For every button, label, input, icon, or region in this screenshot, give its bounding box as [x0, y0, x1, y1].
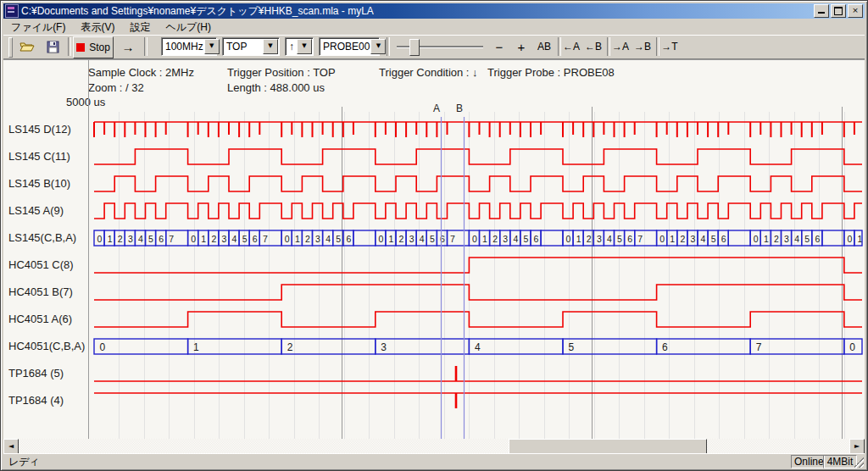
bus-value: 1: [201, 234, 206, 244]
trigger-edge-combo[interactable]: ↑ ▼: [285, 37, 314, 56]
bus-value: 4: [420, 234, 425, 244]
resize-grip[interactable]: [854, 457, 864, 468]
wave-hc4051-a-6-: [94, 312, 862, 327]
cursors: [442, 117, 465, 440]
waveform-area: Sample Clock : 2MHz Trigger Position : T…: [3, 59, 865, 440]
bus-value: 6: [440, 234, 445, 244]
bus-value: 1: [108, 234, 113, 244]
menu-help[interactable]: ヘルプ(H): [158, 19, 219, 36]
trigger-probe-combo[interactable]: PROBE00 ▼: [319, 37, 380, 56]
square-wave: [94, 176, 862, 191]
bus-value: 0: [191, 234, 196, 244]
bus-value: 0: [378, 234, 383, 244]
bus-value: 3: [128, 234, 133, 244]
window-title: C:¥Documents and Settings¥noname¥デスクトップ¥…: [21, 4, 374, 19]
bus-value: 5: [569, 341, 575, 353]
dropdown-arrow-icon[interactable]: ▼: [204, 39, 220, 54]
square-wave: [94, 312, 862, 327]
bus-value: 3: [784, 234, 789, 244]
status-memory-badge: 4MBit: [823, 455, 857, 468]
zoom-slider-thumb[interactable]: [409, 39, 420, 56]
zoom-out-button[interactable]: −: [490, 36, 509, 57]
goto-a-left-button[interactable]: ←A: [561, 36, 581, 57]
zoom-in-button[interactable]: +: [512, 36, 531, 57]
wave-ls145-c-11-: [94, 149, 862, 164]
bus-value: 2: [118, 234, 123, 244]
close-button[interactable]: ×: [848, 4, 863, 18]
trigger-position-value: TOP: [223, 41, 262, 53]
bus-value: 3: [503, 234, 508, 244]
wave-hc4051-c-b-a-: 012345670: [94, 339, 862, 354]
bus-value: 0: [847, 234, 852, 244]
bus-value: 2: [305, 234, 310, 244]
menu-bar: ファイル(F) 表示(V) 設定 ヘルプ(H): [3, 19, 865, 35]
open-folder-icon: [19, 41, 35, 53]
bus-value: 5: [336, 234, 341, 244]
run-button[interactable]: →: [117, 36, 139, 57]
dropdown-arrow-icon[interactable]: ▼: [370, 39, 386, 54]
bus-value: 7: [263, 234, 268, 244]
stop-button[interactable]: Stop: [73, 36, 114, 58]
open-file-button[interactable]: [15, 36, 39, 57]
bus-value: 4: [326, 234, 331, 244]
menu-view[interactable]: 表示(V): [73, 19, 122, 36]
bus-value: 1: [482, 234, 487, 244]
bus-value: 6: [534, 234, 539, 244]
bus-value: 4: [794, 234, 799, 244]
bus-value: 2: [211, 234, 216, 244]
sample-clock-combo[interactable]: 100MHz ▼: [161, 37, 217, 56]
bus-cell: [657, 339, 751, 354]
trigger-position-combo[interactable]: TOP ▼: [222, 37, 280, 56]
bus-value: 2: [680, 234, 685, 244]
bus-value: 4: [607, 234, 612, 244]
square-wave: [94, 258, 862, 273]
ab-cursor-button[interactable]: AB: [534, 36, 554, 57]
bus-value: 0: [285, 234, 290, 244]
stop-icon: [76, 43, 85, 52]
bus-value: 1: [576, 234, 581, 244]
title-bar: C:¥Documents and Settings¥noname¥デスクトップ¥…: [3, 3, 865, 19]
bus-value: 0: [659, 234, 665, 244]
bus-value: 1: [670, 234, 675, 244]
goto-b-right-button[interactable]: →B: [632, 36, 653, 57]
dropdown-arrow-icon[interactable]: ▼: [263, 39, 278, 54]
floppy-disk-icon: [47, 41, 59, 53]
dropdown-arrow-icon[interactable]: ▼: [297, 39, 312, 54]
bus-value: 0: [97, 234, 103, 244]
waveform-canvas: 0123456701234567012345601234567012345601…: [3, 60, 865, 440]
goto-a-right-button[interactable]: →A: [610, 36, 631, 57]
bus-value: 3: [315, 234, 320, 244]
bus-value: 6: [627, 234, 632, 244]
bus-value: 5: [242, 234, 248, 244]
menu-file[interactable]: ファイル(F): [3, 19, 73, 36]
horizontal-scrollbar[interactable]: ◄ ►: [3, 439, 865, 453]
bus-value: 0: [100, 341, 106, 353]
bus-value: 0: [472, 234, 477, 244]
bus-value: 6: [815, 234, 820, 244]
wave-ls145-a-9-: [94, 203, 862, 219]
bus-value: 6: [662, 341, 668, 353]
bus-value: 1: [193, 341, 199, 353]
maximize-button[interactable]: [831, 4, 846, 18]
wave-tp1684-5-: [94, 366, 862, 381]
bus-value: 4: [475, 341, 481, 353]
bus-value: 2: [587, 234, 592, 244]
bus-value: 5: [617, 234, 622, 244]
save-button[interactable]: [41, 36, 64, 57]
bus-cell: [728, 230, 750, 246]
minimize-button[interactable]: [814, 4, 829, 18]
goto-b-left-button[interactable]: ←B: [583, 36, 604, 57]
menu-settings[interactable]: 設定: [122, 19, 158, 36]
bus-value: 1: [857, 234, 862, 244]
bus-value: 4: [138, 234, 143, 244]
bus-value: 0: [849, 341, 855, 353]
goto-trigger-button[interactable]: →T: [659, 36, 680, 57]
bus-value: 5: [523, 234, 528, 244]
bus-value: 3: [409, 234, 415, 244]
bus-value: 1: [764, 234, 769, 244]
bus-value: 7: [169, 234, 174, 244]
bus-value: 7: [637, 234, 643, 244]
bus-value: 6: [253, 234, 258, 244]
bus-cell: [469, 339, 563, 354]
bus-cell: [353, 230, 376, 246]
